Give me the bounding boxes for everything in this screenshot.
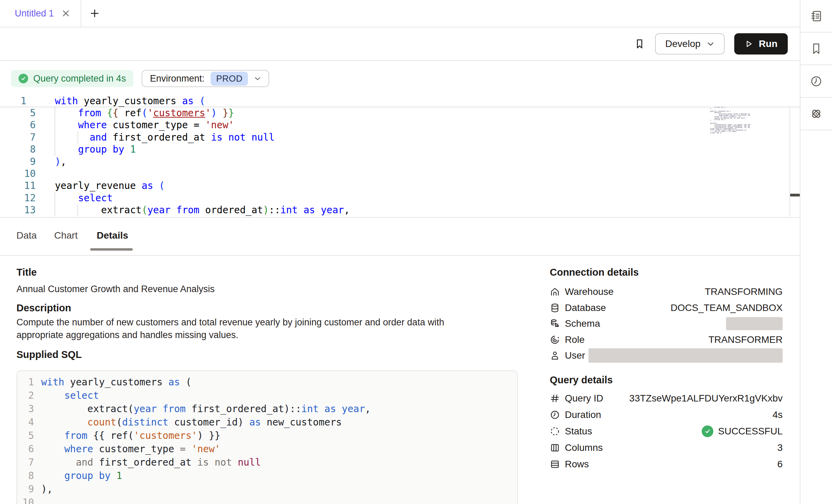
code-line: 9), [0, 156, 787, 168]
code-text [34, 496, 41, 504]
scrollbar-thumb[interactable] [790, 194, 800, 196]
code-line: 6 where customer_type = 'new' [17, 442, 517, 456]
right-icon-rail [800, 0, 832, 504]
bookmark-icon[interactable] [800, 33, 832, 65]
line-number: 6 [17, 442, 34, 456]
line-number: 12 [0, 192, 36, 204]
code-text: from {{ ref('customers') }} [34, 429, 221, 442]
line-number: 7 [17, 456, 34, 469]
code-line: 4 count(distinct customer_id) as new_cus… [17, 416, 517, 429]
code-text: count(distinct customer_id) as new_custo… [34, 416, 342, 429]
environment-pill: PROD [211, 72, 248, 86]
notebook-icon[interactable] [800, 0, 832, 33]
app-root: Untitled 1 Develop Run Query completed [0, 0, 832, 504]
detail-value: SUCCESSFUL [702, 425, 783, 437]
description-heading: Description [16, 302, 71, 314]
query-details-rows: Query ID33TZseWpe1ALFDUYerxR1gVKxbvDurat… [550, 390, 783, 472]
title-value: Annual Customer Growth and Revenue Analy… [16, 283, 215, 296]
editor-tab-bar: Untitled 1 [0, 0, 800, 27]
code-line: 3 extract(year from first_ordered_at)::i… [17, 402, 517, 416]
status-icon [550, 426, 560, 436]
active-tab-indicator [90, 248, 133, 251]
detail-label: Rows [565, 459, 589, 470]
detail-label: Query ID [565, 393, 603, 404]
indent-guide [78, 131, 78, 143]
line-number: 9 [0, 156, 36, 168]
detail-row-status: StatusSUCCESSFUL [550, 423, 783, 440]
code-line: 6 where customer_type = 'new' [0, 119, 787, 131]
query-details-heading: Query details [550, 374, 613, 386]
tab-chart[interactable]: Chart [54, 230, 78, 241]
line-number: 1 [17, 375, 34, 389]
detail-label: Database [565, 302, 606, 313]
detail-value: DOCS_TEAM_SANDBOX [670, 302, 783, 313]
code-line: 9), [17, 482, 517, 496]
code-text: and first_ordered_at is not null [34, 456, 261, 469]
hash-icon [550, 393, 560, 404]
code-line: 7 and first_ordered_at is not null [17, 456, 517, 469]
result-tab-bar: Data Chart Details [0, 218, 800, 256]
line-number: 6 [0, 119, 36, 131]
editor-code-lines[interactable]: 5 from {{ ref('customers') }}6 where cus… [0, 107, 787, 216]
run-label: Run [759, 38, 777, 49]
code-text: group by 1 [36, 143, 136, 155]
role-icon [550, 335, 560, 345]
environment-selector[interactable]: Environment: PROD [142, 70, 269, 87]
check-icon [19, 74, 28, 83]
code-text: from {{ ref('customers') }} [36, 107, 234, 119]
line-number: 7 [0, 131, 36, 143]
detail-value: TRANSFORMING [705, 286, 783, 297]
detail-row-warehouse: WarehouseTRANSFORMING [550, 284, 783, 300]
editor-sticky-line: 1with yearly_customers as ( [0, 96, 800, 107]
line-number: 10 [0, 168, 36, 180]
code-text: with yearly_customers as ( [34, 375, 191, 389]
line-number: 10 [17, 496, 34, 504]
detail-row-database: DatabaseDOCS_TEAM_SANDBOX [550, 300, 783, 316]
detail-label: Schema [565, 318, 600, 329]
line-number: 3 [17, 402, 34, 416]
tab-data[interactable]: Data [16, 230, 37, 241]
close-icon[interactable] [61, 9, 70, 18]
detail-row-query-id: Query ID33TZseWpe1ALFDUYerxR1gVKxbv [550, 390, 783, 407]
code-text [36, 168, 55, 180]
code-text: with yearly_customers as ( [36, 96, 205, 106]
tab-title: Untitled 1 [15, 8, 54, 19]
detail-row-role: RoleTRANSFORMER [550, 332, 783, 348]
connection-details-rows: WarehouseTRANSFORMINGDatabaseDOCS_TEAM_S… [550, 284, 783, 364]
tab-details[interactable]: Details [97, 230, 128, 241]
code-line: 10 [17, 496, 517, 504]
code-line: 5 from {{ ref('customers') }} [17, 429, 517, 442]
database-icon [550, 303, 560, 313]
code-text: where customer_type = 'new' [36, 119, 234, 131]
detail-row-duration: Duration4s [550, 407, 783, 423]
sql-editor[interactable]: 5 from {{ ref('customers') }}6 where cus… [0, 96, 800, 218]
rows-icon [550, 459, 560, 469]
code-line: 13 extract(year from ordered_at)::int as… [0, 204, 787, 216]
editor-scrollbar[interactable] [789, 96, 800, 217]
code-text: select [34, 389, 99, 402]
detail-row-user: User [550, 348, 783, 364]
play-icon [745, 39, 753, 48]
line-number: 1 [0, 96, 36, 106]
detail-row-rows: Rows6 [550, 456, 783, 472]
develop-dropdown[interactable]: Develop [655, 33, 725, 55]
history-icon[interactable] [800, 65, 832, 98]
detail-label: Columns [565, 442, 603, 453]
bookmark-icon[interactable] [634, 38, 645, 50]
code-text: ), [34, 482, 53, 496]
indent-guide [78, 204, 78, 216]
code-line: 7 and first_ordered_at is not null [0, 131, 787, 143]
tab-untitled-1[interactable]: Untitled 1 [0, 0, 81, 27]
run-button[interactable]: Run [734, 33, 788, 55]
new-tab-button[interactable] [90, 8, 100, 19]
detail-value: 33TZseWpe1ALFDUYerxR1gVKxbv [629, 393, 783, 404]
toolbar: Develop Run [0, 27, 800, 61]
detail-value: 3 [777, 442, 783, 453]
code-text: extract(year from first_ordered_at)::int… [34, 402, 371, 416]
explore-icon[interactable] [800, 98, 832, 130]
line-number: 5 [0, 107, 36, 119]
line-number: 8 [0, 143, 36, 155]
code-line: 8 group by 1 [0, 143, 787, 155]
chevron-down-icon [254, 75, 261, 82]
supplied-sql-heading: Supplied SQL [16, 349, 82, 360]
